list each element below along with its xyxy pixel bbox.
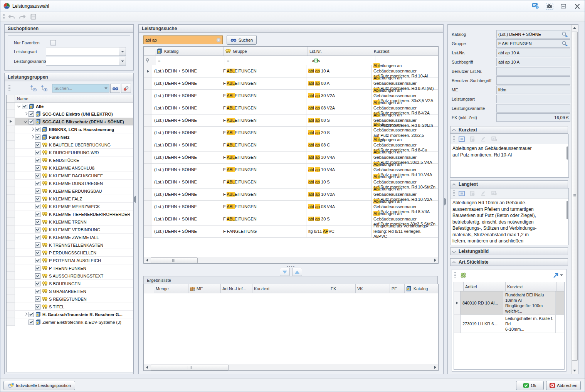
field-input-suchbegriff[interactable]: abl ap 10 A [496,58,570,66]
detail-vscrollbar[interactable] [571,25,578,374]
restore-window-icon[interactable] [559,2,568,10]
column-header-kurztext[interactable]: Kurztext [506,282,556,291]
clear-filter-eraser-icon[interactable] [121,84,131,93]
tree-item[interactable]: K KLEMME FALZ [7,195,133,203]
tree-item[interactable]: S REGIESTUNDEN [7,295,133,303]
tree-expander[interactable] [23,111,29,117]
screenshot-camera-icon[interactable] [545,2,554,10]
tree-item[interactable]: K KLEMME ANSCHLUß [7,164,133,172]
filter-cell[interactable]: = [225,56,310,65]
tree-expander[interactable] [17,104,22,109]
splitter-up-button[interactable] [292,268,302,276]
kurztext-scroll-thumb[interactable] [567,146,568,160]
favorites-checkbox[interactable] [50,40,56,45]
column-header-pe[interactable]: PE [390,284,405,293]
tree-item[interactable]: SCC-CALC Elektro (UNI ELEKTRO) [7,110,133,118]
tree-item[interactable]: K KLEMME ZWEIMETALL [7,234,133,241]
tree-checkbox[interactable] [35,250,40,256]
tree-expander[interactable] [30,127,35,132]
scroll-down-icon[interactable] [572,368,578,373]
stueckliste-section-header[interactable]: Art.Stückliste [450,258,568,266]
tree-checkbox[interactable] [22,104,27,109]
ergebnis-hscrollbar[interactable] [144,364,438,370]
column-header-katalog[interactable]: Katalog [405,284,439,293]
tree-item[interactable]: EIB/KNX, LCN u. Haussteuerung [7,126,133,133]
tree-item[interactable]: K KLEMME VERBINDUNG [7,226,133,234]
tree-expander[interactable] [23,119,29,124]
tree-checkbox[interactable] [35,219,40,225]
suchen-button[interactable]: Suchen [227,35,257,45]
tree-item[interactable]: S GRABARBEITEN [7,288,133,295]
filter-pin-icon[interactable] [144,56,156,65]
kurztext-textarea[interactable]: Ableitungen an Gebäudeaussenmauerauf Put… [451,144,568,177]
individual-position-button[interactable]: ? Individuelle Leistungsposition [3,381,75,390]
tree-checkbox[interactable] [29,111,34,117]
tree-item[interactable]: H. GautzschTraunstein R. Boschner G... [7,311,133,318]
save-icon[interactable] [29,13,38,21]
tree-item[interactable]: K ENDSTÜCKE [7,156,133,164]
leistungsart-select[interactable] [46,47,126,56]
clear-search-icon[interactable] [216,38,221,42]
tree-item[interactable]: K KLEMME TIEFENERDER/ROHRERDER [7,210,133,218]
column-header-vk[interactable]: VK [356,284,390,293]
chevron-down-icon[interactable] [560,274,563,276]
tree-item[interactable]: K KLEMME TRENN [7,218,133,226]
jump-to-article-button[interactable] [553,273,563,278]
tree-checkbox[interactable] [35,227,40,232]
tree-checkbox[interactable] [35,304,40,310]
table-row[interactable]: 273019 LH KR 6....Leitungshalter m. Kral… [454,315,564,333]
expand-icon[interactable] [453,250,456,253]
kurztext-section-header[interactable]: Kurztext [450,126,568,134]
undo-icon[interactable] [7,13,16,21]
tree-item[interactable]: Ziemer Elektrotechnik & EDV-Systeme (3) [7,318,133,326]
tree-expander[interactable] [23,312,29,317]
field-input-me[interactable]: lfdm [496,86,570,94]
field-input-katalog[interactable]: (Lst.) DEHN + SÖHNE [496,30,570,39]
fullscreen-edit-icon[interactable] [457,135,466,143]
field-input-ek-inkl-zeit-[interactable]: 16,09 € [496,113,570,122]
tree-checkbox[interactable] [35,135,40,140]
column-header-lst-nr-[interactable]: Lst.Nr. [308,47,372,56]
scroll-up-icon[interactable] [572,25,578,31]
left-splitter-handle[interactable] [134,197,136,202]
tree-search-input[interactable]: Suchen... [52,84,109,93]
tree-item[interactable]: SCC-CALC Blitzschutz (DEHN + SÖHNE) [7,118,133,126]
tree-item[interactable]: S BOHRUNGEN [7,280,133,288]
tree-item[interactable]: K TRENNSTELLENKASTEN [7,241,133,249]
field-input-leistungsvariante[interactable] [496,104,570,113]
langtext-scroll-thumb[interactable] [567,201,568,219]
expand-all-icon[interactable] [40,84,49,92]
scroll-left-icon[interactable] [144,257,150,263]
grid-splitter[interactable]: •••• [139,264,443,275]
lookup-icon[interactable] [561,40,568,47]
chevron-down-icon[interactable] [104,87,108,89]
langtext-textarea[interactable]: Ableitungen Rd 10mm an Gebäude-aussenmau… [451,199,568,245]
tree-checkbox[interactable] [35,212,40,217]
tree-checkbox[interactable] [35,242,40,248]
chevron-down-icon[interactable] [119,47,126,56]
field-input-gruppe[interactable]: F ABLEITUNGEN [496,39,570,48]
cancel-button[interactable]: Abbrechen [546,381,581,390]
tree-item[interactable]: S AUSSCHREIBUNGSTEXT [7,272,133,280]
search-input[interactable]: abl ap [143,35,223,44]
column-header-menge[interactable]: Menge [154,284,188,293]
scroll-right-icon[interactable] [432,257,438,263]
column-header-artikel[interactable]: Artikel [464,282,506,291]
search-grid-hscrollbar[interactable] [144,257,438,263]
tree-item[interactable]: K KLEMME DACH/SCHNEE [7,172,133,180]
redo-icon[interactable] [18,13,27,21]
column-header-katalog[interactable]: Katalog [155,47,224,56]
help-chat-icon[interactable]: ? [531,2,540,10]
tree-item[interactable]: P POTENTIALAUSGLEICH [7,257,133,264]
tree-checkbox[interactable] [35,281,40,286]
column-header-kurztext[interactable]: Kurztext [372,47,438,56]
tree-checkbox[interactable] [35,196,40,202]
tree-item[interactable]: K KLEMME ERDUNGSBAU [7,187,133,195]
tree-item[interactable]: Funk-Netz [7,133,133,141]
field-input-lst-nr-[interactable]: abl ap 10 A [496,49,570,57]
tree-checkbox[interactable] [29,312,34,317]
tree-item[interactable]: S TITEL [7,303,133,311]
field-input-benutzer-suchbegriff[interactable] [496,76,570,85]
tree-checkbox[interactable] [35,181,40,186]
tree-checkbox[interactable] [35,289,40,294]
